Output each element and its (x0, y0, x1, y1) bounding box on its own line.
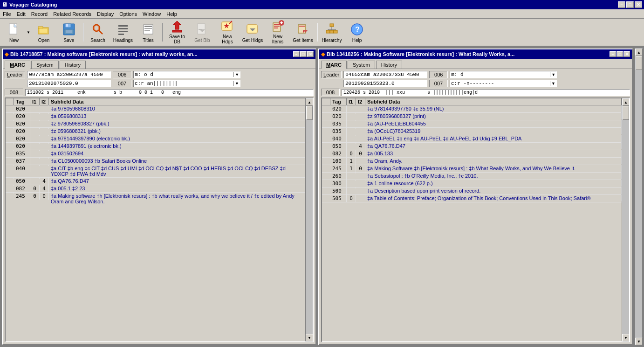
row-check[interactable] (6, 158, 14, 159)
row-check[interactable] (322, 195, 330, 196)
table-row[interactable]: 020 ‡a 9781449397890 (electronic bk.) (6, 135, 305, 143)
field006-dropdown-2[interactable]: m: d ▼ (450, 71, 557, 78)
new-items-button[interactable]: New Items (266, 20, 290, 44)
bib-window-1-minimize[interactable]: − (293, 51, 300, 57)
menu-record[interactable]: Record (28, 11, 50, 17)
outer-scroll-up[interactable]: ▲ (635, 49, 643, 56)
tab-marc-1[interactable]: MARC (5, 61, 30, 69)
table-row[interactable]: 050 4 ‡a QA76.76.D47 (322, 143, 622, 150)
field007-label-1[interactable]: 007 (113, 80, 131, 87)
leader-input-2[interactable] (343, 71, 427, 78)
table-row[interactable]: 040 ‡a AU-PeEL ‡b eng ‡c AU-PeEL ‡d AU-P… (322, 135, 622, 143)
table-row[interactable]: 245 0 0 ‡a Making software ‡h [Elektroni… (6, 193, 305, 205)
table-row[interactable]: 245 1 0 ‡a Making Software ‡h [Elektroni… (322, 165, 622, 173)
row-check[interactable] (322, 165, 330, 166)
table-row[interactable]: 020 ‡a 9781449397760 ‡c 35.99 (NL) (322, 105, 622, 113)
field006-arrow-1[interactable]: ▼ (233, 72, 239, 77)
row-check[interactable] (322, 173, 330, 174)
hierarchy-button[interactable]: Hierarchy (320, 20, 344, 44)
bib-window-2-close[interactable]: ✕ (623, 51, 630, 57)
field005-input-2[interactable] (343, 80, 427, 87)
table-row[interactable]: 020 ‡z 0596808321 (pbk.) (6, 128, 305, 135)
table-row[interactable]: 020 ‡a 1449397891 (electronic bk.) (6, 143, 305, 150)
scroll-up-2[interactable]: ▲ (622, 98, 630, 106)
outer-scroll-track[interactable] (635, 56, 642, 338)
new-dropdown-arrow[interactable]: ▼ (26, 20, 31, 44)
tab-history-1[interactable]: History (60, 61, 86, 69)
leader-label-2[interactable]: Leader (321, 71, 342, 78)
tab-history-2[interactable]: History (376, 61, 402, 69)
field008-input-1[interactable] (25, 89, 314, 96)
get-bib-button[interactable]: Get Bib (190, 20, 214, 44)
row-check[interactable] (322, 150, 330, 151)
leader-label-1[interactable]: Leader (5, 71, 25, 78)
table-row[interactable]: 082 0 0 ‡a 005.133 (322, 150, 622, 158)
scroll-thumb-2[interactable] (623, 106, 629, 120)
table-row[interactable]: 500 ‡a Description based upon print vers… (322, 187, 622, 195)
field006-label-1[interactable]: 006 (113, 71, 131, 78)
row-check[interactable] (6, 128, 14, 129)
table-row[interactable]: 100 1 ‡a Oram, Andy. (322, 158, 622, 165)
maximize-button[interactable]: □ (626, 1, 634, 8)
save-button[interactable]: Save (57, 20, 81, 44)
field008-label-2[interactable]: 008 (321, 89, 340, 96)
table-row[interactable]: 082 0 4 ‡a 005.1 ‡2 23 (6, 185, 305, 193)
tab-system-1[interactable]: System (31, 61, 59, 69)
close-button[interactable]: ✕ (635, 1, 642, 8)
table-row[interactable]: 040 ‡a CIT ‡b eng ‡c CIT ‡d CUS ‡d UMI ‡… (6, 165, 305, 178)
field006-label-2[interactable]: 006 (429, 71, 448, 78)
table-row[interactable]: 505 0 ‡a Table of Contents; Preface; Org… (322, 195, 622, 202)
row-check[interactable] (322, 135, 330, 136)
row-check[interactable] (322, 143, 330, 144)
table-row[interactable]: 260 ‡a Sebastopol : ‡b O'Reilly Media, I… (322, 173, 622, 180)
field006-dropdown-1[interactable]: m: o d ▼ (133, 71, 240, 78)
bib-window-2-minimize[interactable]: − (610, 51, 616, 57)
table-row[interactable]: 020 ‡a 0596808313 (6, 113, 305, 120)
outer-scroll-down[interactable]: ▼ (635, 338, 643, 345)
get-hdgs-button[interactable]: Get Hldgs (240, 20, 265, 44)
table-row[interactable]: 035 ‡a 031502694 (6, 150, 305, 158)
menu-edit[interactable]: Edit (14, 11, 28, 17)
field007-arrow-1[interactable]: ▼ (233, 81, 239, 86)
row-check[interactable] (322, 113, 330, 114)
menu-help[interactable]: Help (164, 11, 180, 17)
scroll-thumb-1[interactable] (306, 106, 313, 120)
scroll-track-1[interactable] (306, 106, 313, 334)
scroll-up-1[interactable]: ▲ (306, 98, 313, 106)
open-button[interactable]: Open (32, 20, 56, 44)
menu-display[interactable]: Display (94, 11, 116, 17)
row-check[interactable] (6, 120, 14, 121)
bib-window-2-maximize[interactable]: □ (617, 51, 623, 57)
row-check[interactable] (322, 128, 330, 129)
save-to-db-button[interactable]: Save to DB (165, 20, 189, 44)
menu-file[interactable]: File (0, 11, 14, 17)
row-check[interactable] (6, 105, 14, 106)
titles-button[interactable]: Titles (136, 20, 160, 44)
row-check[interactable] (6, 193, 14, 194)
tab-marc-2[interactable]: MARC (321, 61, 347, 69)
tab-system-2[interactable]: System (348, 61, 375, 69)
table-row[interactable]: 050 4 ‡a QA76.76.D47 (6, 178, 305, 185)
field007-arrow-2[interactable]: ▼ (550, 81, 555, 86)
field007-label-2[interactable]: 007 (429, 80, 448, 87)
row-check[interactable] (322, 187, 330, 188)
menu-related-records[interactable]: Related Records (50, 11, 94, 17)
outer-scroll-thumb[interactable] (636, 56, 642, 70)
table-row[interactable]: 300 ‡a 1 online resource (622 p.) (322, 180, 622, 187)
table-row[interactable]: 020 ‡z 9780596808327 (pbk.) (6, 120, 305, 128)
scroll-down-1[interactable]: ▼ (306, 334, 313, 341)
row-check[interactable] (322, 180, 330, 181)
outer-scrollbar[interactable]: ▲ ▼ (635, 49, 642, 345)
new-hdgs-button[interactable]: ★ New Hdgs (215, 20, 240, 44)
field005-input-1[interactable] (27, 80, 111, 87)
row-check[interactable] (6, 113, 14, 114)
row-check[interactable] (322, 105, 330, 106)
row-check[interactable] (6, 185, 14, 186)
menu-window[interactable]: Window (140, 11, 164, 17)
field007-dropdown-1[interactable]: c:r an|||||||| ▼ (133, 80, 240, 87)
table-row[interactable]: 035 ‡a (AU-PeEL)EBL604455 (322, 120, 622, 128)
table-row[interactable]: 020 ‡z 9780596808327 (print) (322, 113, 622, 120)
field008-label-1[interactable]: 008 (5, 89, 23, 96)
help-button[interactable]: ? Help (345, 20, 369, 44)
row-check[interactable] (6, 178, 14, 179)
